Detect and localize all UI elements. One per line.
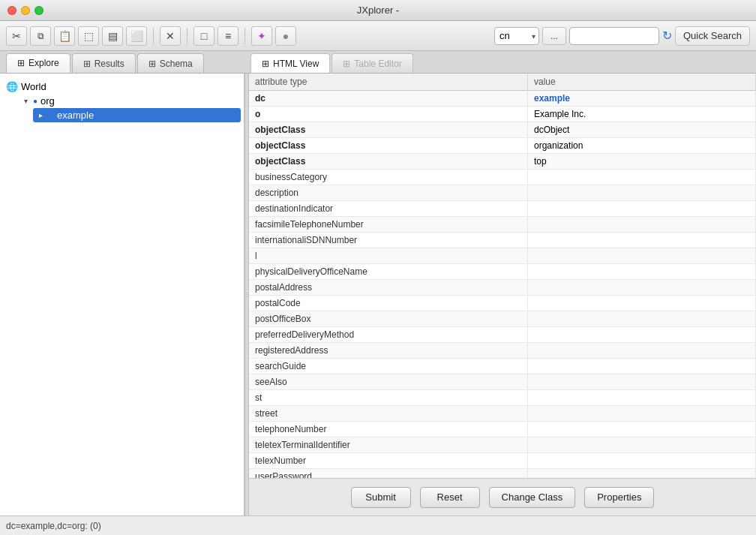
- table-row[interactable]: description: [249, 185, 756, 201]
- attr-value-cell: [528, 170, 756, 185]
- toolbar: ✂ ⧉ 📋 ⬚ ▤ ⬜ ✕ □ ≡ ✦ ● cn dc o ou ... ↻ Q…: [0, 21, 756, 51]
- attr-value-cell: [528, 296, 756, 311]
- tree-panel: 🌐 World ▾ ● org ▸ ⊙ example: [0, 74, 244, 515]
- toolbar-new-btn[interactable]: □: [194, 26, 214, 46]
- toolbar-btn4[interactable]: ⬚: [78, 26, 99, 46]
- attr-name-cell: l: [249, 248, 528, 264]
- schema-tab-icon: ⊞: [148, 59, 156, 69]
- attr-name-cell: preferredDeliveryMethod: [249, 327, 528, 343]
- attr-value-cell: [528, 422, 756, 437]
- table-row[interactable]: physicalDeliveryOfficeName: [249, 264, 756, 280]
- tree-toggle-example[interactable]: ▸: [36, 111, 45, 120]
- table-row[interactable]: facsimileTelephoneNumber: [249, 217, 756, 233]
- table-row[interactable]: objectClassorganization: [249, 138, 756, 154]
- attr-name-cell: physicalDeliveryOfficeName: [249, 264, 528, 280]
- dn-more-button[interactable]: ...: [542, 27, 566, 45]
- table-editor-icon: ⊞: [343, 59, 350, 69]
- table-row[interactable]: internationaliSDNNumber: [249, 233, 756, 248]
- titlebar: JXplorer -: [0, 0, 756, 21]
- tab-explore[interactable]: ⊞ Explore: [6, 53, 70, 73]
- toolbar-btn5[interactable]: ▤: [102, 26, 123, 46]
- tab-html-view[interactable]: ⊞ HTML View: [250, 53, 330, 73]
- attr-name-cell: destinationIndicator: [249, 201, 528, 217]
- attr-name-cell: registeredAddress: [249, 343, 528, 359]
- tree-item-org[interactable]: ▾ ● org: [18, 94, 241, 108]
- attr-value-cell: dcObject: [528, 122, 756, 138]
- table-row[interactable]: oExample Inc.: [249, 107, 756, 122]
- submit-button[interactable]: Submit: [351, 487, 411, 508]
- table-row[interactable]: teletexTerminalIdentifier: [249, 437, 756, 453]
- tree-item-example[interactable]: ▸ ⊙ example: [33, 108, 241, 122]
- attr-name-cell: postalCode: [249, 296, 528, 311]
- close-button[interactable]: [8, 6, 16, 15]
- table-row[interactable]: st: [249, 390, 756, 406]
- table-row[interactable]: userPassword: [249, 469, 756, 479]
- table-row[interactable]: l: [249, 248, 756, 264]
- table-row[interactable]: seeAlso: [249, 374, 756, 390]
- dn-select-wrapper: cn dc o ou: [494, 27, 539, 45]
- table-row[interactable]: registeredAddress: [249, 343, 756, 359]
- attr-name-cell: street: [249, 406, 528, 422]
- attr-value-cell: [528, 469, 756, 479]
- attr-name-cell: objectClass: [249, 138, 528, 154]
- toolbar-paste-btn[interactable]: 📋: [54, 26, 75, 46]
- toolbar-disconnect-btn[interactable]: ●: [275, 26, 296, 46]
- table-row[interactable]: postalAddress: [249, 280, 756, 296]
- tree-item-world[interactable]: 🌐 World: [3, 80, 241, 94]
- tree-toggle-org[interactable]: ▾: [21, 97, 30, 106]
- table-row[interactable]: telephoneNumber: [249, 422, 756, 437]
- attr-value-cell: [528, 374, 756, 390]
- toolbar-copy-btn[interactable]: ⧉: [30, 26, 51, 46]
- maximize-button[interactable]: [34, 6, 44, 15]
- attr-name-cell: userPassword: [249, 469, 528, 479]
- col-header-value: value: [528, 74, 756, 91]
- table-row[interactable]: postalCode: [249, 296, 756, 311]
- toolbar-separator-1: [153, 28, 154, 44]
- toolbar-delete-btn[interactable]: ✕: [160, 26, 181, 46]
- table-row[interactable]: destinationIndicator: [249, 201, 756, 217]
- attr-name-cell: st: [249, 390, 528, 406]
- explore-tab-icon: ⊞: [17, 58, 25, 68]
- attr-name-cell: telephoneNumber: [249, 422, 528, 437]
- attr-name-cell: teletexTerminalIdentifier: [249, 437, 528, 453]
- toolbar-connect-btn[interactable]: ✦: [251, 26, 272, 46]
- table-row[interactable]: street: [249, 406, 756, 422]
- button-bar: Submit Reset Change Class Properties: [249, 478, 756, 515]
- minimize-button[interactable]: [21, 6, 30, 15]
- toolbar-cut-btn[interactable]: ✂: [6, 26, 27, 46]
- change-class-button[interactable]: Change Class: [489, 487, 576, 508]
- table-row[interactable]: objectClassdcObject: [249, 122, 756, 138]
- attr-value-cell: [528, 311, 756, 327]
- tab-schema[interactable]: ⊞ Schema: [137, 53, 204, 73]
- status-bar: dc=example,dc=org: (0): [0, 515, 756, 535]
- quick-search-button[interactable]: Quick Search: [675, 26, 750, 46]
- tab-table-editor[interactable]: ⊞ Table Editor: [332, 53, 412, 73]
- toolbar-btn6[interactable]: ⬜: [126, 26, 147, 46]
- attr-name-cell: telexNumber: [249, 453, 528, 469]
- attribute-table: attribute type value dcexampleoExample I…: [249, 74, 756, 478]
- tab-results[interactable]: ⊞ Results: [72, 53, 136, 73]
- toolbar-btn9[interactable]: ≡: [218, 26, 238, 46]
- status-text: dc=example,dc=org: (0): [6, 521, 101, 531]
- attr-value-cell: [528, 343, 756, 359]
- attr-value-cell: [528, 327, 756, 343]
- spinner-icon: ↻: [662, 29, 672, 43]
- table-row[interactable]: telexNumber: [249, 453, 756, 469]
- table-row[interactable]: businessCategory: [249, 170, 756, 185]
- attr-value-cell: [528, 280, 756, 296]
- table-row[interactable]: objectClasstop: [249, 154, 756, 170]
- dn-search-input[interactable]: [569, 27, 659, 45]
- main-content: 🌐 World ▾ ● org ▸ ⊙ example ⋮: [0, 74, 756, 515]
- attr-value-cell: [528, 233, 756, 248]
- attr-name-cell: description: [249, 185, 528, 201]
- table-row[interactable]: preferredDeliveryMethod: [249, 327, 756, 343]
- table-row[interactable]: postOfficeBox: [249, 311, 756, 327]
- attr-value-cell: [528, 248, 756, 264]
- table-row[interactable]: dcexample: [249, 91, 756, 107]
- tree-children-org: ▸ ⊙ example: [18, 108, 241, 122]
- table-row[interactable]: searchGuide: [249, 359, 756, 374]
- dn-select[interactable]: cn dc o ou: [494, 27, 539, 45]
- properties-button[interactable]: Properties: [584, 487, 654, 508]
- reset-button[interactable]: Reset: [420, 487, 480, 508]
- attr-name-cell: o: [249, 107, 528, 122]
